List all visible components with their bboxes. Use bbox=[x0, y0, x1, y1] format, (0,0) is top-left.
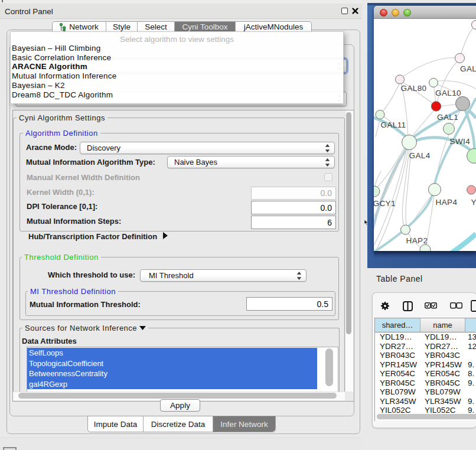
svg-text:SWI4: SWI4 bbox=[450, 137, 471, 146]
svg-text:Y: Y bbox=[471, 198, 476, 207]
svg-text:GAL11: GAL11 bbox=[381, 120, 406, 129]
svg-text:GAL80: GAL80 bbox=[401, 84, 427, 93]
svg-text:GCY1: GCY1 bbox=[374, 199, 396, 208]
svg-text:HAP4: HAP4 bbox=[436, 198, 458, 207]
svg-text:GAL1: GAL1 bbox=[437, 113, 458, 122]
svg-text:GAL: GAL bbox=[460, 64, 476, 73]
svg-text:GAL10: GAL10 bbox=[435, 89, 461, 97]
svg-text:HAP2: HAP2 bbox=[406, 236, 428, 245]
svg-text:GAL4: GAL4 bbox=[409, 151, 431, 160]
